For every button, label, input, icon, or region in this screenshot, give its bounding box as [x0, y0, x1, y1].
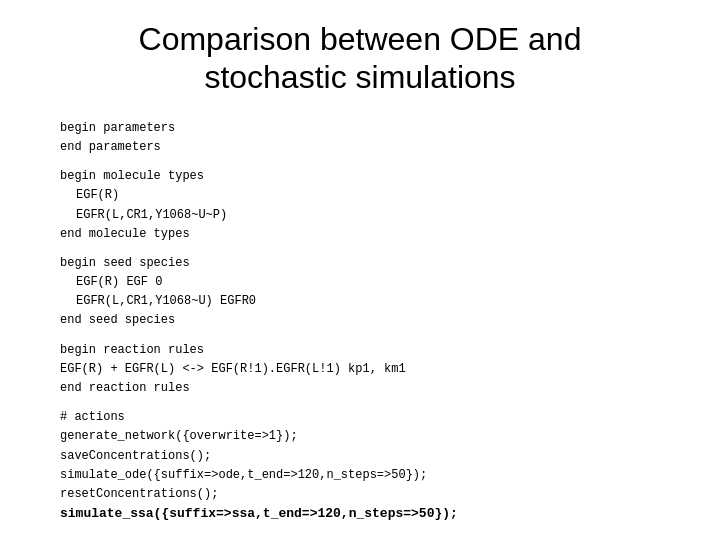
- molecule-type-2: EGFR(L,CR1,Y1068~U~P): [60, 206, 660, 225]
- begin-reaction-rules: begin reaction rules: [60, 341, 660, 360]
- end-parameters: end parameters: [60, 138, 660, 157]
- seed-species-2: EGFR(L,CR1,Y1068~U) EGFR0: [60, 292, 660, 311]
- content-block: begin parameters end parameters begin mo…: [60, 119, 660, 535]
- molecule-type-1: EGF(R): [60, 186, 660, 205]
- begin-parameters: begin parameters: [60, 119, 660, 138]
- molecule-types-section: begin molecule types EGF(R) EGFR(L,CR1,Y…: [60, 167, 660, 244]
- page-container: Comparison between ODE and stochastic si…: [0, 0, 720, 540]
- end-molecule-types: end molecule types: [60, 225, 660, 244]
- end-seed-species: end seed species: [60, 311, 660, 330]
- actions-section: # actions generate_network({overwrite=>1…: [60, 408, 660, 525]
- end-reaction-rules: end reaction rules: [60, 379, 660, 398]
- action-line-5: simulate_ssa({suffix=>ssa,t_end=>120,n_s…: [60, 504, 660, 525]
- action-line-1: generate_network({overwrite=>1});: [60, 427, 660, 446]
- action-line-2: saveConcentrations();: [60, 447, 660, 466]
- title-line2: stochastic simulations: [60, 58, 660, 96]
- action-line-3: simulate_ode({suffix=>ode,t_end=>120,n_s…: [60, 466, 660, 485]
- begin-seed-species: begin seed species: [60, 254, 660, 273]
- title-block: Comparison between ODE and stochastic si…: [60, 20, 660, 97]
- reaction-rules-section: begin reaction rules EGF(R) + EGFR(L) <-…: [60, 341, 660, 399]
- parameters-section: begin parameters end parameters: [60, 119, 660, 157]
- actions-comment: # actions: [60, 408, 660, 427]
- begin-molecule-types: begin molecule types: [60, 167, 660, 186]
- reaction-rule-1: EGF(R) + EGFR(L) <-> EGF(R!1).EGFR(L!1) …: [60, 360, 660, 379]
- seed-species-section: begin seed species EGF(R) EGF 0 EGFR(L,C…: [60, 254, 660, 331]
- title-line1: Comparison between ODE and: [60, 20, 660, 58]
- action-line-4: resetConcentrations();: [60, 485, 660, 504]
- seed-species-1: EGF(R) EGF 0: [60, 273, 660, 292]
